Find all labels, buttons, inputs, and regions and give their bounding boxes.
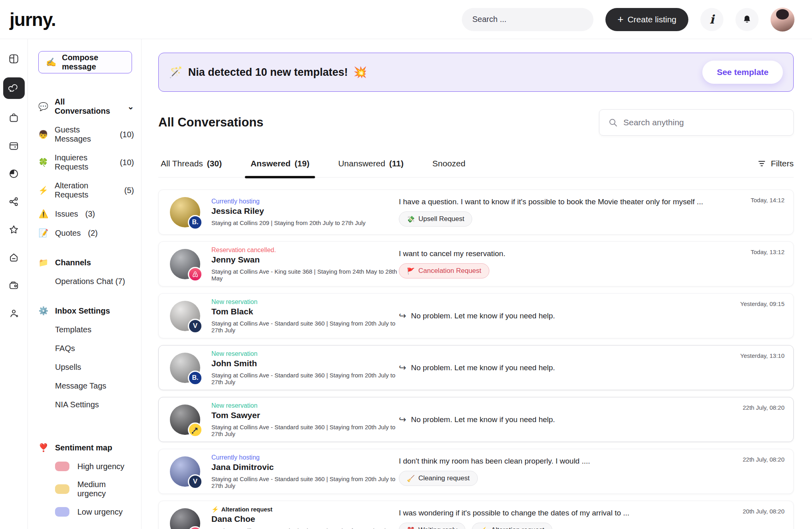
avatar: B.	[170, 353, 200, 383]
conversation-status: New reservation	[211, 350, 399, 357]
sidebar-item-operations-chat[interactable]: Operations Chat (7)	[34, 272, 134, 291]
clover-icon: 🍀	[38, 158, 48, 167]
rail-dashboard-icon[interactable]	[5, 49, 23, 68]
tag-cancelation-request[interactable]: 🚩Cancelation Request	[399, 263, 489, 278]
compose-message-button[interactable]: ✍️ Compose message	[38, 51, 132, 73]
message-preview: I have a question. I want to know if it'…	[399, 197, 713, 206]
sidebar-item-alteration-requests[interactable]: ⚡ Alteration Requests (5)	[34, 176, 134, 204]
app-window: jurny. + Create listing i	[0, 0, 812, 529]
conversation-status: Reservation cancelled.	[211, 247, 399, 254]
conversation-status: New reservation	[211, 298, 399, 306]
global-search[interactable]	[462, 8, 593, 31]
gear-icon: ⚙️	[38, 306, 49, 316]
guest-name: Dana Choe	[211, 514, 399, 524]
count-badge: (5)	[124, 186, 134, 195]
global-search-input[interactable]	[472, 15, 578, 24]
sidebar-section-sentiment-map: ❣️ Sentiment map	[34, 438, 134, 457]
conversation-row-john-smith[interactable]: B. New reservation John Smith Staying at…	[158, 345, 794, 390]
conversation-row-jenny-swan[interactable]: Reservation cancelled. Jenny Swan Stayin…	[158, 241, 794, 286]
rail-messages-icon[interactable]	[3, 77, 25, 99]
reply-arrow-icon: ↪	[399, 311, 406, 321]
sidebar-item-upsells[interactable]: Upsells	[34, 358, 134, 377]
sidebar-item-faqs[interactable]: FAQs	[34, 339, 134, 358]
high-urgency-swatch	[55, 462, 69, 471]
conversation-row-tom-black[interactable]: V New reservation Tom Black Staying at C…	[158, 293, 794, 338]
search-icon	[608, 118, 618, 127]
conversation-status: Currently hosting	[211, 454, 399, 461]
stay-details: Staying at Collins Ave - Standard suite …	[211, 476, 399, 489]
guest-name: Jenny Swan	[211, 255, 399, 264]
message-preview: I don't think my room has been clean pro…	[399, 457, 713, 466]
stay-details: Staying at Collins Ave - Standard suite …	[211, 424, 399, 437]
rail-properties-icon[interactable]	[5, 248, 23, 266]
tab-unanswered[interactable]: Unanswered(11)	[336, 159, 406, 177]
stay-details: Staying at Collins Ave - King suite 368 …	[211, 268, 399, 282]
chevron-down-icon: ⌄	[127, 105, 134, 109]
booking-badge: B.	[188, 215, 203, 230]
conversation-row-jessica-riley[interactable]: B. Currently hosting Jessica Riley Stayi…	[158, 189, 794, 235]
sidebar-section-inbox-settings[interactable]: ⚙️ Inbox Settings	[34, 301, 134, 320]
sidebar-item-message-tags[interactable]: Message Tags	[34, 377, 134, 395]
notifications-button[interactable]	[735, 8, 759, 31]
rail-listings-icon[interactable]	[5, 109, 23, 127]
info-button[interactable]: i	[700, 8, 723, 31]
conversation-row-tom-sawyer[interactable]: ↗ New reservation Tom Sawyer Staying at …	[158, 397, 794, 442]
legend-high-urgency: High urgency	[34, 457, 134, 476]
count-badge: (3)	[85, 209, 95, 219]
airbnb-badge	[188, 267, 203, 282]
compose-icon: ✍️	[46, 57, 56, 67]
conversation-row-jana-dimitrovic[interactable]: V Currently hosting Jana Dimitrovic Stay…	[158, 449, 794, 494]
page-title: All Conversations	[158, 115, 264, 130]
sidebar-item-nia-settings[interactable]: NIA Settings	[34, 395, 134, 414]
jurny-logo: jurny.	[10, 9, 56, 30]
booking-badge: B.	[188, 371, 203, 385]
rail-reports-icon[interactable]	[5, 164, 23, 183]
conversation-search[interactable]	[599, 109, 794, 136]
sidebar-item-issues[interactable]: ⚠️ Issues (3)	[34, 204, 134, 223]
bell-icon	[742, 14, 752, 25]
conversation-status: ⚡Alteration request	[211, 506, 399, 513]
plus-icon: +	[617, 13, 623, 26]
sidebar-item-guests-messages[interactable]: 👦 Guests Messages (10)	[34, 120, 134, 148]
timestamp: Yesterday, 13:10	[740, 352, 784, 359]
message-preview: ↪No problem. Let me know if you need hel…	[399, 415, 713, 425]
conversation-row-dana-choe[interactable]: ⚡Alteration request Dana Choe Staying at…	[158, 501, 794, 529]
timestamp: 22th July, 08:20	[743, 404, 784, 411]
message-preview: ↪No problem. Let me know if you need hel…	[399, 311, 713, 321]
create-listing-button[interactable]: + Create listing	[605, 8, 688, 31]
timestamp: 22th July, 08:20	[743, 456, 784, 463]
vrbo-badge: V	[188, 474, 203, 489]
stay-details: Staying at Collins Ave - Standard suite …	[211, 320, 399, 334]
tag-cleaning-request[interactable]: 🧹Cleaning request	[399, 471, 478, 486]
tag-upsell-request[interactable]: 💸Upsell Request	[399, 211, 472, 227]
see-template-button[interactable]: See template	[702, 61, 783, 84]
filters-button[interactable]: Filters	[757, 159, 794, 177]
tabs-bar: All Threads(30) Answered(19) Unanswered(…	[158, 159, 794, 178]
sidebar-item-templates[interactable]: Templates	[34, 320, 134, 339]
conversation-search-input[interactable]	[623, 118, 784, 127]
lightning-icon: ⚡	[38, 186, 48, 195]
sidebar-item-inquieres-requests[interactable]: 🍀 Inquieres Requests (10)	[34, 148, 134, 176]
rail-reviews-icon[interactable]	[5, 220, 23, 239]
rail-payments-icon[interactable]	[5, 276, 23, 294]
stay-details: Staying at Collins Ave - Standard suite …	[211, 372, 399, 385]
funnel-icon	[757, 159, 766, 168]
broom-icon: 🧹	[407, 475, 415, 482]
rail-contacts-icon[interactable]	[5, 304, 23, 322]
sidebar-section-channels[interactable]: 📁 Channels	[34, 253, 134, 272]
alarm-clock-icon: ⏰	[407, 527, 415, 529]
rail-calendar-icon[interactable]	[5, 136, 23, 155]
rail-share-icon[interactable]	[5, 192, 23, 211]
tab-snoozed[interactable]: Snoozed	[430, 159, 472, 177]
sidebar-item-quotes[interactable]: 📝 Quotes (2)	[34, 223, 134, 243]
sidebar-item-all-conversations[interactable]: 💬 All Conversations ⌄	[34, 93, 134, 120]
tag-alteration-request[interactable]: ⚡Alteration request	[472, 523, 552, 529]
tag-waiting-reply[interactable]: ⏰Waiting reply	[399, 523, 465, 529]
tab-answered[interactable]: Answered(19)	[248, 159, 312, 177]
main-content: 🪄 Nia detected 10 new templates! 💥 See t…	[142, 39, 812, 529]
folder-icon: 📁	[38, 258, 49, 267]
channel-arrow-badge: ↗	[188, 422, 203, 437]
user-avatar[interactable]	[771, 8, 794, 32]
tab-all-threads[interactable]: All Threads(30)	[158, 159, 224, 177]
guest-name: John Smith	[211, 359, 399, 368]
